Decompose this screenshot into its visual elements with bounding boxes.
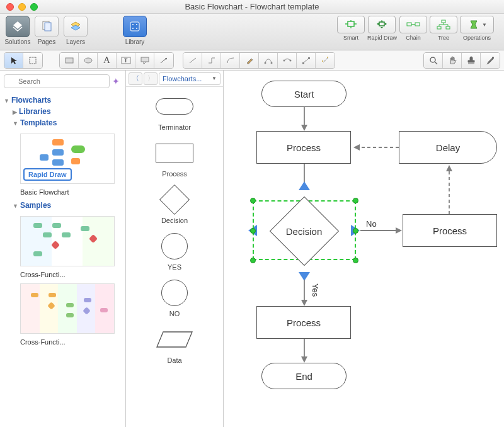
svg-point-27 [492, 57, 494, 59]
lib-back-button[interactable]: 〈 [129, 72, 142, 85]
shapes-panel: 〈 〉 Flowcharts...▼ Terminator Process De… [126, 71, 224, 427]
stamp-tool[interactable] [462, 53, 481, 68]
svg-rect-10 [415, 23, 420, 26]
svg-rect-11 [442, 20, 445, 23]
close-window-button[interactable] [6, 3, 14, 11]
connector-curve-tool[interactable] [221, 53, 240, 68]
svg-rect-7 [348, 21, 354, 26]
template-item[interactable]: Rapid Draw [4, 128, 122, 188]
svg-point-23 [289, 59, 291, 61]
layers-tab[interactable]: Layers [62, 16, 89, 45]
tree-libraries[interactable]: ▶Libraries [4, 106, 122, 117]
svg-point-20 [264, 62, 266, 64]
library-button[interactable]: Library [121, 16, 149, 45]
bezier-tool[interactable] [259, 53, 278, 68]
svg-rect-1 [45, 23, 51, 31]
svg-rect-13 [446, 26, 450, 29]
svg-point-6 [136, 28, 137, 29]
zoom-tool[interactable] [424, 53, 443, 68]
node-end[interactable]: End [261, 363, 346, 389]
left-sidebar: ✦ ▼Flowcharts ▶Libraries ▼Templates Rapi… [0, 71, 126, 427]
window-titlebar: Basic Flowchart - Flowchart template [0, 0, 504, 14]
shape-process[interactable]: Process [126, 140, 223, 178]
tree-samples[interactable]: ▼Samples [4, 200, 122, 211]
drawing-canvas[interactable]: Start Process Decision Yes Process End N… [224, 71, 504, 427]
svg-rect-9 [407, 23, 411, 26]
svg-text:T: T [124, 57, 128, 64]
library-label: Library [125, 38, 145, 45]
operations-mode-button[interactable]: ▼Operations [460, 16, 494, 41]
rocket-icon[interactable]: ✦ [112, 76, 122, 86]
node-process-1[interactable]: Process [256, 131, 351, 164]
sample-item-2[interactable] [4, 278, 122, 338]
edge-label-yes: Yes [309, 283, 321, 297]
svg-point-4 [136, 24, 137, 25]
spline-tool[interactable] [278, 53, 297, 68]
layers-label: Layers [66, 38, 85, 45]
svg-point-26 [430, 57, 435, 62]
textbox-tool[interactable]: T [117, 53, 135, 68]
pointer-tool[interactable] [4, 53, 23, 68]
svg-point-5 [132, 28, 134, 29]
minimize-window-button[interactable] [18, 3, 26, 11]
text-tool[interactable]: A [98, 53, 117, 68]
edit-points-tool[interactable] [297, 53, 316, 68]
node-process-3[interactable]: Process [403, 214, 497, 247]
shape-decision[interactable]: Decision [126, 186, 223, 224]
ellipse-tool[interactable] [79, 53, 98, 68]
svg-rect-19 [141, 57, 149, 62]
svg-rect-2 [130, 22, 139, 31]
svg-rect-8 [379, 22, 384, 26]
window-title: Basic Flowchart - Flowchart template [38, 2, 466, 11]
svg-rect-24 [302, 62, 304, 64]
shape-no[interactable]: NO [126, 280, 223, 317]
rapid-draw-badge: Rapid Draw [23, 168, 72, 181]
eyedropper-tool[interactable] [481, 53, 500, 68]
main-toolbar: Solutions Pages Layers Library Smart Rap… [0, 14, 504, 50]
search-input[interactable] [4, 74, 110, 88]
svg-point-21 [270, 62, 272, 64]
pages-label: Pages [38, 38, 55, 45]
template-label: Basic Flowchart [4, 188, 122, 196]
tree-root-flowcharts[interactable]: ▼Flowcharts [4, 94, 122, 106]
line-tool[interactable] [154, 53, 173, 68]
node-start[interactable]: Start [261, 81, 346, 107]
svg-point-3 [132, 24, 134, 25]
rectangle-tool[interactable] [60, 53, 79, 68]
library-name-dropdown[interactable]: Flowcharts...▼ [159, 72, 220, 85]
svg-rect-14 [30, 57, 36, 64]
pen-tool[interactable] [240, 53, 259, 68]
solutions-label: Solutions [4, 38, 30, 45]
pages-tab[interactable]: Pages [33, 16, 60, 45]
shape-data[interactable]: Data [126, 326, 223, 364]
callout-tool[interactable] [135, 53, 154, 68]
tree-templates[interactable]: ▼Templates [4, 117, 122, 128]
svg-rect-12 [437, 26, 441, 29]
smart-mode-button[interactable]: Smart [337, 16, 365, 41]
sample-label-2: Cross-Functi... [4, 338, 122, 346]
lib-forward-button[interactable]: 〉 [144, 72, 158, 85]
svg-rect-15 [66, 58, 73, 63]
text-select-tool[interactable] [23, 53, 42, 68]
sample-item-1[interactable] [4, 211, 122, 271]
rapid-draw-mode-button[interactable]: Rapid Draw [367, 16, 397, 41]
sample-label-1: Cross-Functi... [4, 271, 122, 278]
chain-mode-button[interactable]: Chain [399, 16, 427, 41]
node-delay[interactable]: Delay [399, 131, 497, 164]
magic-tool[interactable] [316, 53, 335, 68]
tree-mode-button[interactable]: Tree [430, 16, 457, 41]
connector-elbow-tool[interactable] [202, 53, 221, 68]
connector-handle-up[interactable] [299, 181, 310, 190]
connector-straight-tool[interactable] [183, 53, 202, 68]
svg-point-16 [84, 58, 92, 63]
shape-terminator[interactable]: Terminator [126, 93, 223, 131]
node-process-2[interactable]: Process [256, 306, 351, 339]
zoom-window-button[interactable] [30, 3, 38, 11]
hand-tool[interactable] [443, 53, 462, 68]
tools-ribbon: A T [0, 50, 504, 71]
svg-rect-25 [308, 57, 310, 59]
solutions-tab[interactable]: Solutions [4, 16, 32, 45]
shape-yes[interactable]: YES [126, 233, 223, 271]
svg-point-22 [283, 59, 285, 61]
